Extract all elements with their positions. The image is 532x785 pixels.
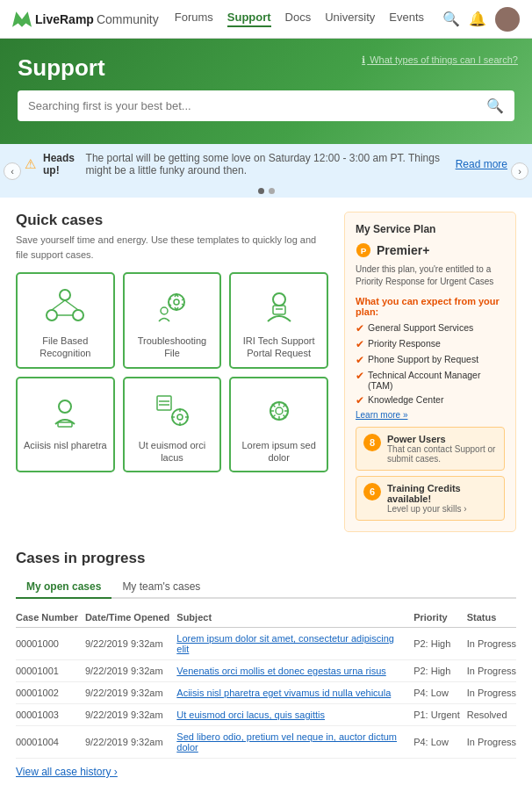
check-icon-3: ✔	[356, 354, 364, 366]
nav-university[interactable]: University	[325, 11, 375, 27]
power-users-badge: 8 Power Users That can contact Support o…	[356, 427, 505, 471]
avatar[interactable]	[495, 7, 520, 32]
col-case-number: Case Number	[16, 608, 85, 628]
case-num-3: 00001003	[16, 704, 85, 726]
svg-point-9	[161, 307, 168, 314]
person-badge-icon	[257, 284, 301, 328]
svg-rect-14	[58, 422, 72, 427]
cases-section: Cases in progress My open cases My team'…	[0, 532, 532, 785]
svg-line-5	[65, 300, 78, 310]
banner-next[interactable]: ›	[511, 162, 528, 180]
logo-liveramp: LiveRamp	[35, 12, 94, 26]
cases-table: Case Number Date/Time Opened Subject Pri…	[16, 608, 516, 759]
plan-description: Under this plan, you're entitled to a Pr…	[356, 263, 505, 288]
bell-icon[interactable]: 🔔	[469, 11, 486, 27]
case-date-3: 9/22/2019 9:32am	[85, 704, 176, 726]
learn-more-link[interactable]: Learn more »	[356, 410, 505, 420]
case-subject-4[interactable]: Sed libero odio, pretium vel neque in, a…	[176, 726, 413, 759]
card-4-label: Aciisis nisl pharetra	[24, 439, 107, 451]
quick-card-file-recognition[interactable]: File Based Recognition	[16, 272, 115, 369]
gear-dots-icon	[257, 389, 301, 433]
gear-square-icon	[150, 389, 194, 433]
nav-events[interactable]: Events	[389, 11, 424, 27]
quick-cases-title: Quick cases	[16, 212, 328, 229]
dot-2[interactable]	[269, 188, 275, 194]
case-subject-1[interactable]: Venenatis orci mollis et donec egestas u…	[176, 660, 413, 682]
training-credits-count: 6	[363, 483, 381, 501]
cases-tabs: My open cases My team's cases	[16, 576, 516, 599]
quick-card-5[interactable]: Ut euismod orci lacus	[123, 377, 222, 473]
feature-2: ✔ Priority Response	[356, 338, 505, 350]
feature-5-text: Knowledge Center	[368, 394, 443, 405]
col-priority: Priority	[413, 608, 467, 628]
training-credits-sub: Level up your skills ›	[387, 504, 497, 514]
feature-3-text: Phone Support by Request	[368, 354, 478, 364]
check-icon-5: ✔	[356, 394, 364, 407]
svg-rect-11	[273, 306, 285, 314]
premier-icon: P	[356, 242, 371, 258]
nav-support[interactable]: Support	[227, 11, 271, 27]
feature-1-text: General Support Services	[368, 322, 473, 333]
search-input[interactable]	[28, 99, 486, 112]
svg-point-1	[60, 290, 70, 300]
feature-4: ✔ Technical Account Manager (TAM)	[356, 370, 505, 391]
logo[interactable]: LiveRamp Community	[12, 10, 159, 29]
banner-prev[interactable]: ‹	[4, 162, 21, 180]
plan-name-row: P Premier+	[356, 242, 505, 258]
svg-point-19	[177, 414, 183, 420]
nav-docs[interactable]: Docs	[285, 11, 312, 27]
training-credits-title: Training Credits available!	[387, 483, 497, 504]
tab-my-open[interactable]: My open cases	[16, 576, 111, 599]
quick-card-troubleshooting[interactable]: Troubleshooting File	[123, 272, 222, 369]
feature-2-text: Priority Response	[368, 338, 441, 349]
case-status-0: In Progress	[467, 628, 516, 660]
quick-card-4[interactable]: Aciisis nisl pharetra	[16, 377, 115, 473]
case-subject-0[interactable]: Lorem ipsum dolor sit amet, consectetur …	[176, 628, 413, 660]
help-icon: ℹ	[362, 54, 365, 65]
nav-icons: 🔍 🔔	[442, 7, 520, 32]
quick-card-iri[interactable]: IRI Tech Support Portal Request	[229, 272, 328, 369]
case-status-2: In Progress	[467, 682, 516, 704]
power-users-text: Power Users That can contact Support or …	[387, 434, 497, 464]
case-date-2: 9/22/2019 9:32am	[85, 682, 176, 704]
hero-section: Support ℹ What types of things can I sea…	[0, 39, 532, 144]
dot-1[interactable]	[258, 188, 264, 194]
feature-1: ✔ General Support Services	[356, 322, 505, 335]
svg-text:P: P	[361, 246, 367, 256]
warning-icon: ⚠	[25, 156, 36, 172]
view-all-cases-link[interactable]: View all case history ›	[16, 766, 118, 785]
tab-my-team[interactable]: My team's cases	[111, 576, 211, 597]
network-icon	[43, 284, 87, 328]
case-subject-2[interactable]: Aciisis nisl pharetra eget vivamus id nu…	[176, 682, 413, 704]
plan-name-text: Premier+	[377, 243, 429, 257]
col-date-opened: Date/Time Opened	[85, 608, 176, 628]
logo-community: Community	[97, 12, 159, 26]
help-link[interactable]: ℹ What types of things can I search?	[362, 54, 518, 66]
case-num-2: 00001002	[16, 682, 85, 704]
col-subject: Subject	[176, 608, 413, 628]
case-priority-3: P1: Urgent	[413, 704, 467, 726]
case-subject-3[interactable]: Ut euismod orci lacus, quis sagittis	[176, 704, 413, 726]
quick-card-6[interactable]: Lorem ipsum sed dolor	[229, 377, 328, 473]
banner-wrapper: ‹ ⚠ Heads up! The portal will be getting…	[0, 144, 532, 198]
person-circle-icon	[43, 389, 87, 433]
case-date-1: 9/22/2019 9:32am	[85, 660, 176, 682]
power-users-count: 8	[363, 434, 381, 451]
table-row: 00001004 9/22/2019 9:32am Sed libero odi…	[16, 726, 516, 759]
power-users-sub: That can contact Support or submit cases…	[387, 444, 497, 464]
svg-point-3	[73, 310, 83, 320]
training-credits-text: Training Credits available! Level up you…	[387, 483, 497, 514]
nav-forums[interactable]: Forums	[175, 11, 213, 27]
table-row: 00001000 9/22/2019 9:32am Lorem ipsum do…	[16, 628, 516, 660]
case-priority-1: P2: High	[413, 660, 467, 682]
main-content: Quick cases Save yourself time and energ…	[0, 198, 532, 532]
search-icon[interactable]: 🔍	[442, 11, 460, 27]
svg-point-7	[169, 294, 184, 310]
svg-marker-0	[12, 11, 32, 27]
case-num-4: 00001004	[16, 726, 85, 759]
search-icon-hero[interactable]: 🔍	[486, 97, 504, 114]
banner-content: ⚠ Heads up! The portal will be getting s…	[25, 144, 507, 184]
quick-cases-grid: File Based Recognition Troubleshooting F…	[16, 272, 328, 472]
banner-read-more[interactable]: Read more	[456, 158, 507, 170]
check-icon-4: ✔	[356, 370, 364, 382]
